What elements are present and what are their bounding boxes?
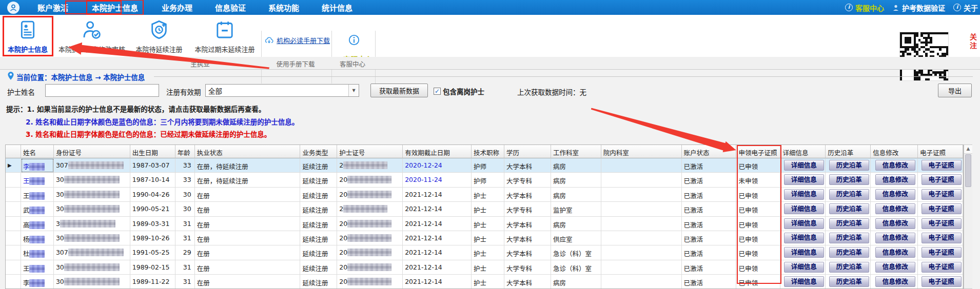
cell-action: 信息修改 bbox=[871, 202, 918, 216]
column-header-详细信息[interactable]: 详细信息 bbox=[780, 145, 826, 158]
row-selector[interactable]: ▶ bbox=[6, 158, 21, 173]
column-header-selector[interactable] bbox=[6, 145, 21, 158]
column-header-年龄[interactable]: 年龄 bbox=[175, 145, 195, 158]
row-button-历史沿革[interactable]: 历史沿革 bbox=[829, 189, 869, 200]
column-header-信息修改[interactable]: 信息修改 bbox=[871, 145, 918, 158]
toolbar-item-本院过期未延续注册[interactable]: 本院过期未延续注册 bbox=[189, 17, 261, 54]
row-button-历史沿革[interactable]: 历史沿革 bbox=[829, 174, 869, 185]
nurse-name-input[interactable] bbox=[45, 84, 159, 97]
export-button[interactable]: 导出 bbox=[938, 84, 972, 97]
row-selector[interactable] bbox=[6, 275, 21, 289]
table-row[interactable]: 高31989-03-3131在册延续注册202021-12-14护士大学本科病房… bbox=[6, 217, 963, 231]
row-selector[interactable] bbox=[6, 217, 21, 231]
table-row[interactable]: 王301990-04-2630在册延续注册202021-12-14护士大学本科病… bbox=[6, 188, 963, 202]
row-button-电子证照[interactable]: 电子证照 bbox=[922, 247, 962, 258]
column-header-身份证号[interactable]: 身份证号 bbox=[54, 145, 130, 158]
row-button-信息修改[interactable]: 信息修改 bbox=[875, 247, 915, 258]
table-row[interactable]: 杨301989-10-2631在册延续注册202021-12-14护士大学本科供… bbox=[6, 231, 963, 245]
column-header-院内科室[interactable]: 院内科室 bbox=[601, 145, 682, 158]
row-button-电子证照[interactable]: 电子证照 bbox=[922, 276, 962, 287]
column-header-申领电子证照[interactable]: 申领电子证照 bbox=[736, 145, 780, 158]
column-header-业务类型[interactable]: 业务类型 bbox=[300, 145, 337, 158]
toolbar-item-本院护士信息修改审核[interactable]: 本院护士信息修改审核 bbox=[54, 17, 129, 54]
menu-item-系统功能[interactable]: 系统功能 bbox=[264, 1, 304, 14]
row-button-信息修改[interactable]: 信息修改 bbox=[875, 189, 915, 200]
column-header-账户状态[interactable]: 账户状态 bbox=[682, 145, 737, 158]
row-selector[interactable] bbox=[6, 202, 21, 216]
row-selector[interactable] bbox=[6, 231, 21, 245]
row-button-历史沿革[interactable]: 历史沿革 bbox=[829, 203, 869, 214]
row-button-信息修改[interactable]: 信息修改 bbox=[875, 203, 915, 214]
fetch-latest-button[interactable]: 获取最新数据 bbox=[370, 84, 428, 97]
row-button-信息修改[interactable]: 信息修改 bbox=[875, 262, 915, 273]
toolbar-item-本院护士信息[interactable]: 本院护士信息 bbox=[3, 17, 52, 54]
row-button-详细信息[interactable]: 详细信息 bbox=[784, 189, 824, 200]
row-button-历史沿革[interactable]: 历史沿革 bbox=[829, 233, 869, 243]
column-header-技术职称[interactable]: 技术职称 bbox=[472, 145, 504, 158]
row-selector[interactable] bbox=[6, 188, 21, 202]
row-button-信息修改[interactable]: 信息修改 bbox=[875, 233, 915, 243]
column-header-出生日期[interactable]: 出生日期 bbox=[130, 145, 175, 158]
row-button-电子证照[interactable]: 电子证照 bbox=[922, 189, 962, 200]
row-button-详细信息[interactable]: 详细信息 bbox=[784, 174, 824, 185]
menu-item-本院护士信息[interactable]: 本院护士信息 bbox=[86, 0, 144, 15]
menu-item-信息验证[interactable]: 信息验证 bbox=[210, 1, 250, 14]
row-button-电子证照[interactable]: 电子证照 bbox=[922, 174, 962, 185]
checkbox-check-icon[interactable]: ✓ bbox=[434, 88, 441, 95]
menu-right-关于[interactable]: i关于 bbox=[953, 3, 978, 13]
row-button-电子证照[interactable]: 电子证照 bbox=[922, 160, 962, 171]
row-selector[interactable] bbox=[6, 173, 21, 187]
row-button-详细信息[interactable]: 详细信息 bbox=[784, 203, 824, 214]
row-button-电子证照[interactable]: 电子证照 bbox=[922, 218, 962, 229]
row-button-历史沿革[interactable]: 历史沿革 bbox=[829, 276, 869, 287]
row-button-电子证照[interactable]: 电子证照 bbox=[922, 203, 962, 214]
row-button-详细信息[interactable]: 详细信息 bbox=[784, 247, 824, 258]
menu-right-护考数据验证[interactable]: 护考数据验证 bbox=[892, 3, 945, 13]
column-header-学历[interactable]: 学历 bbox=[504, 145, 551, 158]
scroll-up-icon[interactable]: ▲ bbox=[964, 145, 972, 154]
row-button-详细信息[interactable]: 详细信息 bbox=[784, 276, 824, 287]
row-button-历史沿革[interactable]: 历史沿革 bbox=[829, 218, 869, 229]
column-header-工作科室[interactable]: 工作科室 bbox=[551, 145, 601, 158]
column-header-电子证照[interactable]: 电子证照 bbox=[918, 145, 963, 158]
column-header-执业状态[interactable]: 执业状态 bbox=[195, 145, 301, 158]
table-row[interactable]: ▶李3071987-03-0733在册，待延续注册延续注册22020-12-24… bbox=[6, 158, 963, 173]
info-icon[interactable] bbox=[348, 34, 360, 46]
user-avatar-icon[interactable] bbox=[7, 2, 19, 14]
row-button-详细信息[interactable]: 详细信息 bbox=[784, 233, 824, 243]
menu-right-客服中心[interactable]: i客服中心 bbox=[845, 3, 884, 13]
vertical-scrollbar[interactable]: ▲ bbox=[964, 144, 972, 289]
table-row[interactable]: 王301987-10-1433在册，待延续注册延续注册202020-11-24护… bbox=[6, 173, 963, 187]
row-button-信息修改[interactable]: 信息修改 bbox=[875, 160, 915, 171]
table-row[interactable]: 王301989-02-1531在册延续注册202021-12-14护士大学专科急… bbox=[6, 260, 963, 275]
row-button-详细信息[interactable]: 详细信息 bbox=[784, 262, 824, 273]
table-row[interactable]: 杜3071991-05-2529在册延续注册202021-12-14护士大学本科… bbox=[6, 245, 963, 260]
menu-item-业务办理[interactable]: 业务办理 bbox=[157, 1, 197, 14]
include-offduty-checkbox[interactable]: ✓ 包含离岗护士 bbox=[434, 86, 484, 96]
menu-item-统计信息[interactable]: 统计信息 bbox=[317, 1, 357, 14]
row-button-信息修改[interactable]: 信息修改 bbox=[875, 276, 915, 287]
row-button-历史沿革[interactable]: 历史沿革 bbox=[829, 247, 869, 258]
column-header-有效期截止日期[interactable]: 有效期截止日期 bbox=[403, 145, 472, 158]
row-button-信息修改[interactable]: 信息修改 bbox=[875, 174, 915, 185]
column-header-姓名[interactable]: 姓名 bbox=[21, 145, 54, 158]
row-button-信息修改[interactable]: 信息修改 bbox=[875, 218, 915, 229]
column-header-历史沿革[interactable]: 历史沿革 bbox=[826, 145, 871, 158]
row-button-详细信息[interactable]: 详细信息 bbox=[784, 160, 824, 171]
chevron-down-icon[interactable]: ▼ bbox=[348, 85, 359, 96]
toolbar-item-本院待延续注册[interactable]: 本院待延续注册 bbox=[130, 17, 188, 54]
scrollbar-thumb[interactable] bbox=[965, 154, 971, 187]
table-row[interactable]: 李301989-11-2231在册延续注册202021-12-14护士大学本科病… bbox=[6, 275, 963, 289]
row-selector[interactable] bbox=[6, 260, 21, 275]
menu-item-账户激活[interactable]: 账户激活 bbox=[33, 1, 73, 14]
column-header-护士证号[interactable]: 护士证号 bbox=[337, 145, 403, 158]
row-selector[interactable] bbox=[6, 245, 21, 260]
manual-download-link-org[interactable]: 机构必读手册下载 bbox=[265, 35, 330, 45]
row-button-历史沿革[interactable]: 历史沿革 bbox=[829, 160, 869, 171]
table-row[interactable]: 武301990-05-2130在册延续注册22021-12-14护士大学专科监护… bbox=[6, 202, 963, 216]
period-select[interactable]: 全部 ▼ bbox=[205, 84, 359, 97]
row-button-历史沿革[interactable]: 历史沿革 bbox=[829, 262, 869, 273]
row-button-详细信息[interactable]: 详细信息 bbox=[784, 218, 824, 229]
row-button-电子证照[interactable]: 电子证照 bbox=[922, 233, 962, 243]
row-button-电子证照[interactable]: 电子证照 bbox=[922, 262, 962, 273]
